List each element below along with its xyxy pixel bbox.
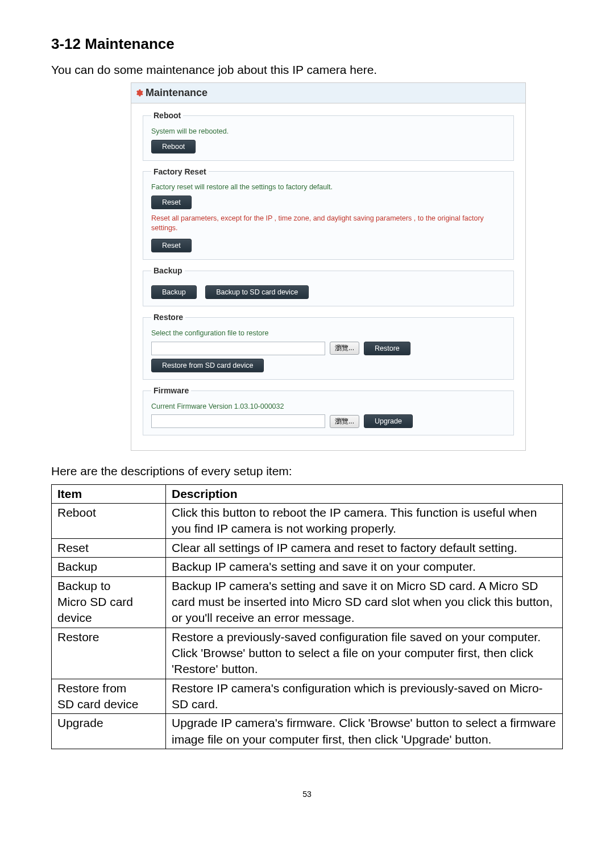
panel-title: Maintenance (146, 86, 208, 99)
restore-group: Restore Select the configuration file to… (143, 312, 514, 380)
backup-legend: Backup (151, 265, 185, 276)
td-desc: Clear all settings of IP camera and rese… (166, 538, 563, 557)
td-desc: Upgrade IP camera's firmware. Click 'Bro… (166, 714, 563, 749)
backup-sd-button[interactable]: Backup to SD card device (205, 285, 309, 299)
section-heading: 3-12 Maintenance (51, 34, 563, 54)
td-desc: Restore a previously-saved configuration… (166, 628, 563, 679)
td-desc: Backup IP camera's setting and save it o… (166, 576, 563, 628)
description-table: Item Description RebootClick this button… (51, 484, 563, 749)
td-item: Restore fromSD card device (52, 679, 166, 714)
table-row: Backup toMicro SD carddeviceBackup IP ca… (52, 576, 563, 628)
td-item: Upgrade (52, 714, 166, 749)
gear-icon (135, 89, 143, 97)
restore-button[interactable]: Restore (364, 342, 410, 355)
table-row: RebootClick this button to reboot the IP… (52, 504, 563, 539)
td-item: Backup toMicro SD carddevice (52, 576, 166, 628)
firmware-file-input[interactable] (151, 414, 325, 428)
factory-reset-button2[interactable]: Reset (151, 239, 192, 252)
table-intro: Here are the descriptions of every setup… (51, 463, 563, 479)
td-desc: Restore IP camera's configuration which … (166, 679, 563, 714)
td-desc: Backup IP camera's setting and save it o… (166, 558, 563, 576)
factory-reset-text2: Reset all parameters, except for the IP … (151, 214, 505, 233)
firmware-file-row: 瀏覽... Upgrade (151, 414, 505, 428)
td-item: Reset (52, 538, 166, 557)
table-row: RestoreRestore a previously-saved config… (52, 628, 563, 679)
upgrade-button[interactable]: Upgrade (364, 414, 413, 428)
td-item: Restore (52, 628, 166, 679)
maintenance-panel: Maintenance Reboot System will be reboot… (131, 82, 526, 451)
panel-titlebar: Maintenance (131, 83, 525, 103)
reboot-button[interactable]: Reboot (151, 140, 196, 153)
backup-group: Backup Backup Backup to SD card device (143, 265, 514, 306)
td-item: Reboot (52, 504, 166, 539)
restore-browse-button[interactable]: 瀏覽... (330, 342, 359, 355)
table-row: Restore fromSD card deviceRestore IP cam… (52, 679, 563, 714)
table-row: BackupBackup IP camera's setting and sav… (52, 558, 563, 576)
reboot-legend: Reboot (151, 110, 183, 121)
restore-file-input[interactable] (151, 342, 325, 355)
table-row: ResetClear all settings of IP camera and… (52, 538, 563, 557)
firmware-text: Current Firmware Version 1.03.10-000032 (151, 402, 505, 412)
firmware-browse-button[interactable]: 瀏覽... (330, 415, 359, 428)
reboot-text: System will be rebooted. (151, 127, 505, 136)
td-item: Backup (52, 558, 166, 576)
th-item: Item (52, 484, 166, 503)
restore-text: Select the configuration file to restore (151, 329, 505, 338)
factory-reset-text1: Factory reset will restore all the setti… (151, 182, 505, 192)
th-desc: Description (166, 484, 563, 503)
panel-body: Reboot System will be rebooted. Reboot F… (131, 103, 525, 451)
td-desc: Click this button to reboot the IP camer… (166, 504, 563, 539)
table-row: UpgradeUpgrade IP camera's firmware. Cli… (52, 714, 563, 749)
reboot-group: Reboot System will be rebooted. Reboot (143, 110, 514, 161)
backup-button[interactable]: Backup (151, 285, 197, 299)
screenshot-container: Maintenance Reboot System will be reboot… (131, 82, 526, 451)
intro-text: You can do some maintenance job about th… (51, 62, 563, 78)
restore-file-row: 瀏覽... Restore (151, 342, 505, 355)
factory-reset-legend: Factory Reset (151, 167, 209, 177)
firmware-legend: Firmware (151, 385, 191, 396)
factory-reset-button1[interactable]: Reset (151, 196, 192, 209)
restore-legend: Restore (151, 312, 185, 323)
restore-sd-button[interactable]: Restore from SD card device (151, 359, 264, 372)
page-number: 53 (51, 789, 563, 800)
firmware-group: Firmware Current Firmware Version 1.03.1… (143, 385, 514, 436)
factory-reset-group: Factory Reset Factory reset will restore… (143, 167, 514, 260)
